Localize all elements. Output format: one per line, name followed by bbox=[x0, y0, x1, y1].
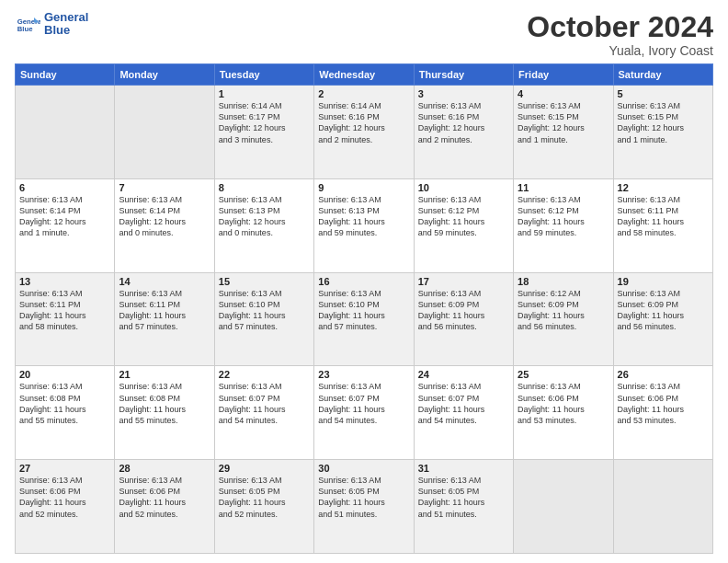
day-number: 14 bbox=[119, 276, 210, 287]
day-info: Sunrise: 6:13 AM Sunset: 6:06 PM Dayligh… bbox=[618, 381, 709, 426]
calendar-cell: 12Sunrise: 6:13 AM Sunset: 6:11 PM Dayli… bbox=[613, 178, 712, 272]
day-info: Sunrise: 6:13 AM Sunset: 6:10 PM Dayligh… bbox=[318, 288, 409, 333]
calendar-cell: 17Sunrise: 6:13 AM Sunset: 6:09 PM Dayli… bbox=[414, 272, 513, 366]
location-subtitle: Yuala, Ivory Coast bbox=[527, 43, 713, 58]
calendar-cell: 15Sunrise: 6:13 AM Sunset: 6:10 PM Dayli… bbox=[214, 272, 313, 366]
day-info: Sunrise: 6:13 AM Sunset: 6:05 PM Dayligh… bbox=[318, 475, 409, 520]
day-number: 29 bbox=[219, 463, 310, 474]
calendar-cell: 27Sunrise: 6:13 AM Sunset: 6:06 PM Dayli… bbox=[16, 460, 115, 554]
weekday-header-friday: Friday bbox=[514, 64, 613, 86]
calendar-cell: 2Sunrise: 6:14 AM Sunset: 6:16 PM Daylig… bbox=[314, 86, 414, 179]
day-number: 10 bbox=[418, 182, 509, 193]
day-number: 17 bbox=[418, 276, 509, 287]
day-number: 21 bbox=[119, 369, 210, 380]
day-info: Sunrise: 6:13 AM Sunset: 6:07 PM Dayligh… bbox=[418, 381, 509, 426]
day-number: 13 bbox=[19, 276, 110, 287]
day-number: 25 bbox=[518, 369, 609, 380]
day-info: Sunrise: 6:13 AM Sunset: 6:09 PM Dayligh… bbox=[418, 288, 509, 333]
day-number: 26 bbox=[618, 369, 709, 380]
week-row-0: 1Sunrise: 6:14 AM Sunset: 6:17 PM Daylig… bbox=[16, 86, 713, 179]
day-info: Sunrise: 6:13 AM Sunset: 6:06 PM Dayligh… bbox=[19, 475, 110, 520]
title-block: October 2024 Yuala, Ivory Coast bbox=[527, 11, 713, 58]
day-info: Sunrise: 6:13 AM Sunset: 6:06 PM Dayligh… bbox=[518, 381, 609, 426]
page-header: General Blue General Blue October 2024 Y… bbox=[15, 11, 713, 58]
day-info: Sunrise: 6:13 AM Sunset: 6:11 PM Dayligh… bbox=[618, 194, 709, 239]
calendar-cell: 10Sunrise: 6:13 AM Sunset: 6:12 PM Dayli… bbox=[414, 178, 513, 272]
calendar-cell: 23Sunrise: 6:13 AM Sunset: 6:07 PM Dayli… bbox=[314, 366, 414, 460]
day-number: 20 bbox=[19, 369, 110, 380]
week-row-1: 6Sunrise: 6:13 AM Sunset: 6:14 PM Daylig… bbox=[16, 178, 713, 272]
day-info: Sunrise: 6:13 AM Sunset: 6:12 PM Dayligh… bbox=[418, 194, 509, 239]
day-number: 16 bbox=[318, 276, 409, 287]
day-info: Sunrise: 6:13 AM Sunset: 6:08 PM Dayligh… bbox=[119, 381, 210, 426]
day-number: 7 bbox=[119, 182, 210, 193]
day-number: 23 bbox=[318, 369, 409, 380]
day-info: Sunrise: 6:13 AM Sunset: 6:12 PM Dayligh… bbox=[518, 194, 609, 239]
calendar-cell bbox=[16, 86, 115, 179]
day-number: 19 bbox=[618, 276, 709, 287]
calendar-table: SundayMondayTuesdayWednesdayThursdayFrid… bbox=[15, 63, 713, 554]
day-number: 28 bbox=[119, 463, 210, 474]
day-number: 9 bbox=[318, 182, 409, 193]
day-info: Sunrise: 6:13 AM Sunset: 6:11 PM Dayligh… bbox=[119, 288, 210, 333]
calendar-cell: 28Sunrise: 6:13 AM Sunset: 6:06 PM Dayli… bbox=[115, 460, 214, 554]
day-info: Sunrise: 6:13 AM Sunset: 6:13 PM Dayligh… bbox=[219, 194, 310, 239]
weekday-header-thursday: Thursday bbox=[414, 64, 513, 86]
calendar-cell: 24Sunrise: 6:13 AM Sunset: 6:07 PM Dayli… bbox=[414, 366, 513, 460]
day-info: Sunrise: 6:13 AM Sunset: 6:09 PM Dayligh… bbox=[618, 288, 709, 333]
day-info: Sunrise: 6:13 AM Sunset: 6:08 PM Dayligh… bbox=[19, 381, 110, 426]
day-info: Sunrise: 6:13 AM Sunset: 6:14 PM Dayligh… bbox=[119, 194, 210, 239]
calendar-cell: 21Sunrise: 6:13 AM Sunset: 6:08 PM Dayli… bbox=[115, 366, 214, 460]
day-number: 6 bbox=[19, 182, 110, 193]
day-number: 3 bbox=[418, 88, 509, 99]
day-number: 18 bbox=[518, 276, 609, 287]
day-info: Sunrise: 6:13 AM Sunset: 6:16 PM Dayligh… bbox=[418, 100, 509, 145]
calendar-cell: 19Sunrise: 6:13 AM Sunset: 6:09 PM Dayli… bbox=[613, 272, 712, 366]
weekday-header-sunday: Sunday bbox=[16, 64, 115, 86]
calendar-cell: 14Sunrise: 6:13 AM Sunset: 6:11 PM Dayli… bbox=[115, 272, 214, 366]
day-info: Sunrise: 6:14 AM Sunset: 6:16 PM Dayligh… bbox=[318, 100, 409, 145]
calendar-cell: 11Sunrise: 6:13 AM Sunset: 6:12 PM Dayli… bbox=[514, 178, 613, 272]
calendar-cell: 5Sunrise: 6:13 AM Sunset: 6:15 PM Daylig… bbox=[613, 86, 712, 179]
calendar-cell: 7Sunrise: 6:13 AM Sunset: 6:14 PM Daylig… bbox=[115, 178, 214, 272]
week-row-4: 27Sunrise: 6:13 AM Sunset: 6:06 PM Dayli… bbox=[16, 460, 713, 554]
day-number: 2 bbox=[318, 88, 409, 99]
calendar-cell: 26Sunrise: 6:13 AM Sunset: 6:06 PM Dayli… bbox=[613, 366, 712, 460]
day-info: Sunrise: 6:13 AM Sunset: 6:15 PM Dayligh… bbox=[518, 100, 609, 145]
calendar-cell bbox=[514, 460, 613, 554]
calendar-cell: 4Sunrise: 6:13 AM Sunset: 6:15 PM Daylig… bbox=[514, 86, 613, 179]
day-info: Sunrise: 6:13 AM Sunset: 6:05 PM Dayligh… bbox=[418, 475, 509, 520]
month-title: October 2024 bbox=[527, 11, 713, 43]
weekday-header-saturday: Saturday bbox=[613, 64, 712, 86]
calendar-cell: 13Sunrise: 6:13 AM Sunset: 6:11 PM Dayli… bbox=[16, 272, 115, 366]
day-number: 8 bbox=[219, 182, 310, 193]
calendar-cell: 20Sunrise: 6:13 AM Sunset: 6:08 PM Dayli… bbox=[16, 366, 115, 460]
day-info: Sunrise: 6:13 AM Sunset: 6:15 PM Dayligh… bbox=[618, 100, 709, 145]
day-info: Sunrise: 6:14 AM Sunset: 6:17 PM Dayligh… bbox=[219, 100, 310, 145]
day-number: 31 bbox=[418, 463, 509, 474]
day-number: 12 bbox=[618, 182, 709, 193]
calendar-cell: 6Sunrise: 6:13 AM Sunset: 6:14 PM Daylig… bbox=[16, 178, 115, 272]
calendar-cell: 3Sunrise: 6:13 AM Sunset: 6:16 PM Daylig… bbox=[414, 86, 513, 179]
day-number: 15 bbox=[219, 276, 310, 287]
calendar-cell: 1Sunrise: 6:14 AM Sunset: 6:17 PM Daylig… bbox=[214, 86, 313, 179]
day-info: Sunrise: 6:12 AM Sunset: 6:09 PM Dayligh… bbox=[518, 288, 609, 333]
calendar-cell: 9Sunrise: 6:13 AM Sunset: 6:13 PM Daylig… bbox=[314, 178, 414, 272]
calendar-cell bbox=[115, 86, 214, 179]
day-number: 1 bbox=[219, 88, 310, 99]
calendar-cell: 31Sunrise: 6:13 AM Sunset: 6:05 PM Dayli… bbox=[414, 460, 513, 554]
day-number: 30 bbox=[318, 463, 409, 474]
day-info: Sunrise: 6:13 AM Sunset: 6:13 PM Dayligh… bbox=[318, 194, 409, 239]
logo: General Blue General Blue bbox=[15, 11, 88, 38]
day-number: 22 bbox=[219, 369, 310, 380]
logo-line2: Blue bbox=[44, 24, 88, 37]
calendar-cell: 22Sunrise: 6:13 AM Sunset: 6:07 PM Dayli… bbox=[214, 366, 313, 460]
logo-icon: General Blue bbox=[15, 11, 40, 37]
weekday-header-tuesday: Tuesday bbox=[214, 64, 313, 86]
calendar-cell: 30Sunrise: 6:13 AM Sunset: 6:05 PM Dayli… bbox=[314, 460, 414, 554]
week-row-2: 13Sunrise: 6:13 AM Sunset: 6:11 PM Dayli… bbox=[16, 272, 713, 366]
day-number: 27 bbox=[19, 463, 110, 474]
day-info: Sunrise: 6:13 AM Sunset: 6:11 PM Dayligh… bbox=[19, 288, 110, 333]
calendar-cell: 16Sunrise: 6:13 AM Sunset: 6:10 PM Dayli… bbox=[314, 272, 414, 366]
weekday-header-row: SundayMondayTuesdayWednesdayThursdayFrid… bbox=[16, 64, 713, 86]
